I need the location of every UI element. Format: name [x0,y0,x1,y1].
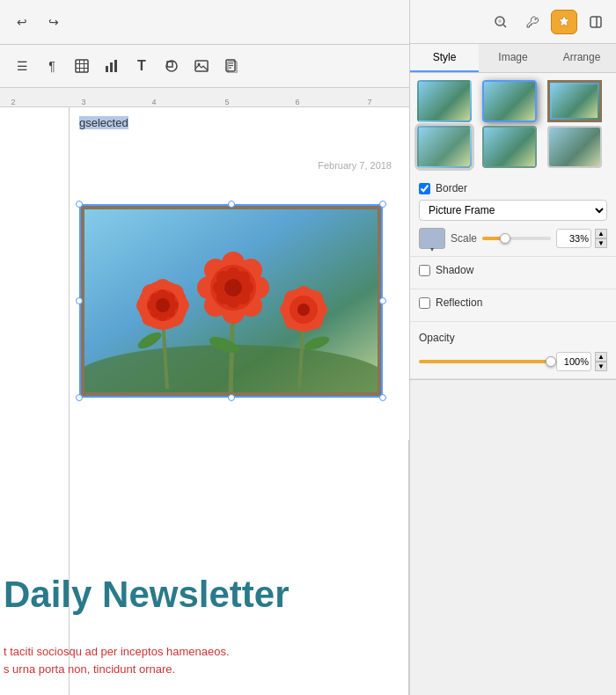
border-type-row: Picture Frame [419,200,607,221]
svg-rect-5 [106,66,108,72]
border-type-select[interactable]: Picture Frame [419,200,607,221]
svg-rect-10 [195,61,208,71]
opacity-thumb[interactable] [546,356,556,367]
reflection-label: Reflection [436,296,482,309]
scale-stepper: ▲ ▼ [595,229,607,248]
opacity-section: Opacity ▲ ▼ [410,322,616,379]
svg-rect-0 [76,60,88,72]
opacity-increment-button[interactable]: ▲ [595,352,607,362]
svg-point-8 [166,61,177,71]
image-icon-button[interactable] [188,54,215,78]
newsletter-body-line2: s urna porta non, tincidunt ornare. [4,661,400,678]
handle-top-right[interactable] [379,201,386,208]
style-preset-2[interactable] [482,80,537,122]
shadow-section: Shadow [410,257,616,289]
newsletter-body-line1: t taciti sociosqu ad per inceptos hamena… [4,643,400,661]
scale-row: ▾ Scale ▲ ▼ [419,228,607,249]
newsletter-body: t taciti sociosqu ad per inceptos hamena… [4,643,400,677]
opacity-stepper: ▲ ▼ [595,352,607,371]
panel-bottom-area [410,379,616,695]
shape-icon-button[interactable] [158,54,185,78]
handle-top-left[interactable] [76,201,83,208]
toolbar-top: ↩ ↪ [0,0,409,44]
chart-icon-button[interactable] [99,54,125,78]
tab-style[interactable]: Style [410,44,479,72]
reflection-section: Reflection [410,289,616,322]
ruler-tick-3: 3 [81,98,85,106]
ruler-content: 2 3 4 5 6 7 [0,88,409,106]
border-label: Border [436,182,467,194]
wrench-button[interactable] [519,10,546,34]
image-selection-border [79,204,383,398]
style-preset-1[interactable] [417,80,472,122]
toolbar: ↩ ↪ ☰ ¶ T [0,0,409,88]
undo-button[interactable]: ↩ [9,10,35,34]
svg-rect-7 [114,60,117,72]
pin-button[interactable] [551,10,577,34]
opacity-slider[interactable] [419,360,551,363]
document-canvas: gselected February 7, 2018 [0,107,409,695]
opacity-value-row: ▲ ▼ [556,352,607,371]
newsletter-title: Daily Newsletter [0,574,409,616]
shadow-checkbox[interactable] [419,265,430,276]
opacity-title: Opacity [419,332,455,344]
scale-increment-button[interactable]: ▲ [595,229,607,238]
ruler-tick-2: 2 [11,98,15,106]
shadow-label: Shadow [436,264,473,276]
border-checkbox-row: Border [419,182,607,194]
handle-middle-left[interactable] [76,297,83,304]
panel-toggle-button[interactable] [583,10,609,34]
style-presets-grid [410,73,616,175]
opacity-decrement-button[interactable]: ▼ [595,362,607,371]
svg-rect-74 [590,17,601,27]
border-checkbox[interactable] [419,183,430,194]
scale-value-row: ▲ ▼ [556,229,607,248]
handle-top-center[interactable] [228,201,235,208]
ruler-tick-4: 4 [151,98,156,106]
svg-point-73 [498,19,502,23]
panel-toolbar [410,0,616,44]
panel-vertical-line [408,440,409,695]
scale-input[interactable] [556,229,591,248]
swatch-arrow: ▾ [430,245,434,253]
svg-rect-6 [110,62,113,72]
scale-decrement-button[interactable]: ▼ [595,238,607,248]
redo-button[interactable]: ↪ [40,10,67,34]
scale-slider-thumb[interactable] [500,233,510,244]
ruler: 2 3 4 5 6 7 [0,88,409,107]
paragraph-icon-button[interactable]: ¶ [39,54,65,78]
list-icon-button[interactable]: ☰ [9,54,35,78]
opacity-row: ▲ ▼ [419,352,607,371]
handle-bottom-right[interactable] [379,394,386,401]
svg-line-72 [503,25,506,27]
table-icon-button[interactable] [69,54,95,78]
style-preset-5[interactable] [482,126,537,168]
reflection-checkbox[interactable] [419,297,430,309]
scale-label: Scale [451,232,477,245]
style-preset-6[interactable] [547,126,602,168]
selected-text: gselected [79,116,128,129]
tab-image[interactable]: Image [479,44,547,72]
scale-slider[interactable] [482,237,551,240]
border-color-swatch[interactable]: ▾ [419,228,445,249]
opacity-fill [419,360,551,363]
border-section: Border Picture Frame ▾ Scale ▲ ▼ [410,175,616,257]
pages-icon-button[interactable] [218,54,245,78]
search-panel-button[interactable] [488,10,514,34]
text-icon-button[interactable]: T [128,54,155,78]
style-preset-4[interactable] [417,126,472,168]
opacity-input[interactable] [556,352,591,371]
panel-tabs: Style Image Arrange [410,44,616,73]
shadow-checkbox-row: Shadow [419,264,607,276]
right-panel: Style Image Arrange Bo [409,0,616,695]
style-preset-3[interactable] [547,80,602,122]
document-date: February 7, 2018 [318,160,392,171]
ruler-tick-6: 6 [295,98,299,106]
ruler-tick-5: 5 [224,98,229,106]
handle-bottom-center[interactable] [228,394,235,401]
ruler-tick-7: 7 [367,98,371,106]
image-container[interactable] [79,204,383,398]
tab-arrange[interactable]: Arrange [547,44,616,72]
handle-middle-right[interactable] [379,297,386,304]
handle-bottom-left[interactable] [76,394,83,401]
